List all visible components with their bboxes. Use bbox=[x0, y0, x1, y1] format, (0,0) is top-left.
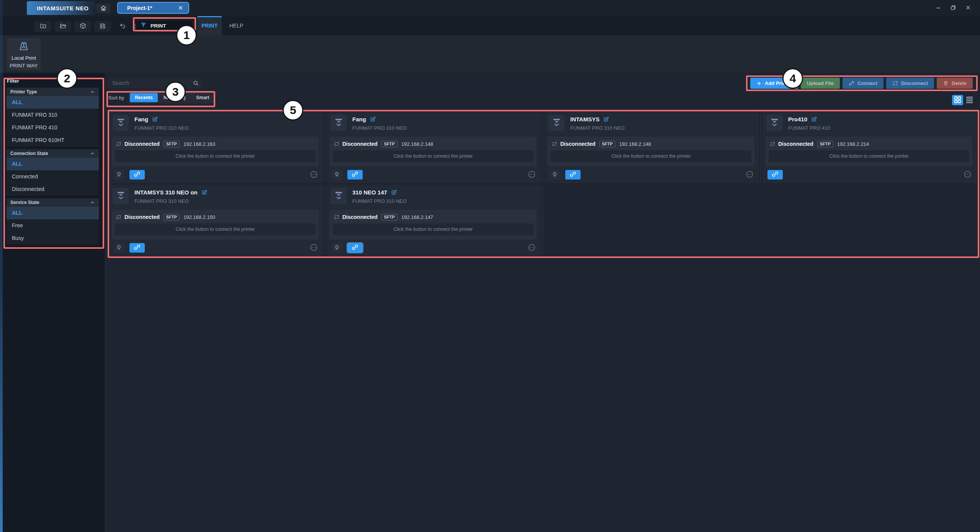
printer-card[interactable]: 310 NEO 147 FUNMAT PRO 310 NEO Disconnec… bbox=[327, 185, 541, 256]
printer-card[interactable]: Fang FUNMAT PRO 310 NEO Disconnected SFT… bbox=[109, 112, 323, 183]
edit-name-icon[interactable] bbox=[811, 116, 817, 122]
filter-group-connection-state: Connection StateALLConnectedDisconnected bbox=[7, 149, 99, 196]
connect-button[interactable]: Connect bbox=[843, 78, 883, 89]
minimize-button[interactable] bbox=[931, 0, 946, 16]
filter-option-free[interactable]: Free bbox=[7, 219, 99, 232]
connect-button[interactable] bbox=[767, 170, 783, 180]
printer-name: 310 NEO 147 bbox=[352, 189, 387, 196]
filter-group-items: ALLConnectedDisconnected bbox=[7, 158, 99, 196]
more-options-button[interactable] bbox=[964, 170, 972, 180]
app-title: INTAMSUITE NEO bbox=[37, 5, 89, 11]
card-footer bbox=[332, 170, 536, 180]
filter-group-header[interactable]: Printer Type bbox=[7, 88, 99, 96]
restore-icon bbox=[951, 5, 956, 11]
connect-button[interactable] bbox=[129, 170, 145, 180]
webcam-button[interactable] bbox=[332, 243, 342, 253]
tab-help[interactable]: HELP bbox=[225, 16, 247, 35]
save-button[interactable] bbox=[94, 21, 111, 32]
home-button[interactable] bbox=[97, 4, 110, 13]
edit-name-icon[interactable] bbox=[603, 116, 609, 122]
filter-option-busy[interactable]: Busy bbox=[7, 232, 99, 245]
webcam-button[interactable] bbox=[550, 170, 560, 180]
more-options-button[interactable] bbox=[310, 170, 318, 180]
connect-button[interactable] bbox=[129, 243, 145, 253]
webcam-icon bbox=[116, 244, 122, 252]
connect-button[interactable] bbox=[347, 243, 363, 253]
local-print-button[interactable]: Local Print PRINT WAY bbox=[7, 38, 41, 70]
printer-avatar bbox=[330, 115, 347, 131]
app-window: INTAMSUITE NEO Project-1* bbox=[0, 0, 980, 532]
search-icon[interactable] bbox=[193, 80, 199, 86]
edit-name-icon[interactable] bbox=[152, 116, 158, 122]
printer-avatar bbox=[766, 115, 782, 131]
printer-avatar bbox=[113, 115, 129, 131]
edit-name-icon[interactable] bbox=[370, 116, 376, 122]
printer-card[interactable]: INTAMSYS FUNMAT PRO 310 NEO Disconnected… bbox=[545, 112, 759, 183]
tab-print[interactable]: PRINT bbox=[197, 16, 222, 35]
filter-option-all[interactable]: ALL bbox=[7, 96, 99, 109]
link-icon bbox=[352, 171, 358, 179]
printer-card[interactable]: INTAMSYS 310 NEO on FUNMAT PRO 310 NEO D… bbox=[109, 185, 323, 256]
printer-model: FUNMAT PRO 310 NEO bbox=[352, 198, 407, 204]
titlebar: INTAMSUITE NEO Project-1* bbox=[0, 0, 980, 16]
printer-card[interactable]: Pro410 FUNMAT PRO 410 Disconnected SFTP … bbox=[762, 112, 977, 183]
restore-button[interactable] bbox=[946, 0, 960, 16]
list-view-button[interactable] bbox=[965, 96, 973, 104]
card-footer bbox=[332, 243, 536, 253]
card-header: Pro410 FUNMAT PRO 410 bbox=[762, 112, 977, 131]
status-panel: Disconnected SFTP 192.168.2.163 Click th… bbox=[112, 137, 319, 166]
project-tab[interactable]: Project-1* bbox=[117, 2, 189, 14]
connect-button[interactable] bbox=[347, 170, 363, 180]
filter-option-all[interactable]: ALL bbox=[7, 158, 99, 170]
filter-group-header[interactable]: Connection State bbox=[7, 149, 99, 158]
filter-option-all[interactable]: ALL bbox=[7, 207, 99, 219]
import-model-button[interactable] bbox=[74, 21, 91, 32]
open-project-button[interactable] bbox=[54, 21, 71, 32]
sort-option-recents[interactable]: Recents bbox=[130, 93, 158, 102]
close-tab-icon[interactable] bbox=[178, 5, 183, 10]
filter-title: Filter bbox=[7, 78, 104, 84]
sort-by-label: Sort by bbox=[108, 95, 124, 101]
disconnect-button[interactable]: Disconnect bbox=[886, 78, 934, 89]
webcam-button[interactable] bbox=[332, 170, 342, 180]
printer-model: FUNMAT PRO 310 NEO bbox=[134, 125, 189, 131]
undo-icon bbox=[119, 22, 126, 31]
new-project-button[interactable] bbox=[34, 21, 51, 32]
connection-status: Disconnected bbox=[124, 141, 160, 147]
delete-button[interactable]: Delete bbox=[937, 78, 973, 89]
filter-option-disconnected[interactable]: Disconnected bbox=[7, 183, 99, 196]
brand-banner: INTAMSUITE NEO bbox=[27, 1, 98, 15]
printer-card[interactable]: Fang FUNMAT PRO 310 NEO Disconnected SFT… bbox=[327, 112, 541, 183]
home-icon bbox=[100, 5, 107, 13]
filter-option-funmat-pro-310[interactable]: FUNMAT PRO 310 bbox=[7, 109, 99, 121]
close-button[interactable] bbox=[960, 0, 975, 16]
ellipsis-circle-icon bbox=[528, 170, 536, 180]
webcam-button[interactable] bbox=[114, 170, 124, 180]
filter-option-funmat-pro-610ht[interactable]: FUNMAT PRO 610HT bbox=[7, 134, 99, 147]
printer-name: INTAMSYS bbox=[570, 116, 599, 122]
webcam-button[interactable] bbox=[114, 243, 124, 253]
filter-group-header[interactable]: Service State bbox=[7, 198, 99, 207]
more-options-button[interactable] bbox=[746, 170, 754, 180]
more-options-button[interactable] bbox=[528, 243, 536, 253]
printer-grid: Fang FUNMAT PRO 310 NEO Disconnected SFT… bbox=[109, 112, 977, 256]
printer-ip: 192.168.2.214 bbox=[837, 141, 869, 147]
connect-button[interactable] bbox=[565, 170, 581, 180]
filter-option-funmat-pro-410[interactable]: FUNMAT PRO 410 bbox=[7, 121, 99, 134]
protocol-badge: SFTP bbox=[381, 141, 398, 147]
toolbar: PRINT PRINT HELP bbox=[0, 16, 980, 35]
webcam-icon bbox=[334, 171, 340, 179]
upload-file-button[interactable]: Upload File bbox=[801, 78, 840, 89]
printer-ip: 192.168.2.148 bbox=[619, 141, 651, 147]
filter-option-connected[interactable]: Connected bbox=[7, 170, 99, 183]
card-header: Fang FUNMAT PRO 310 NEO bbox=[327, 112, 541, 131]
ellipsis-circle-icon bbox=[310, 243, 318, 253]
edit-name-icon[interactable] bbox=[201, 189, 207, 195]
more-options-button[interactable] bbox=[310, 243, 318, 253]
grid-view-button[interactable] bbox=[952, 95, 963, 105]
edit-name-icon[interactable] bbox=[391, 189, 397, 195]
sort-option-smart[interactable]: Smart bbox=[191, 93, 214, 102]
link-icon bbox=[569, 171, 576, 179]
plus-icon bbox=[756, 81, 762, 86]
more-options-button[interactable] bbox=[528, 170, 536, 180]
